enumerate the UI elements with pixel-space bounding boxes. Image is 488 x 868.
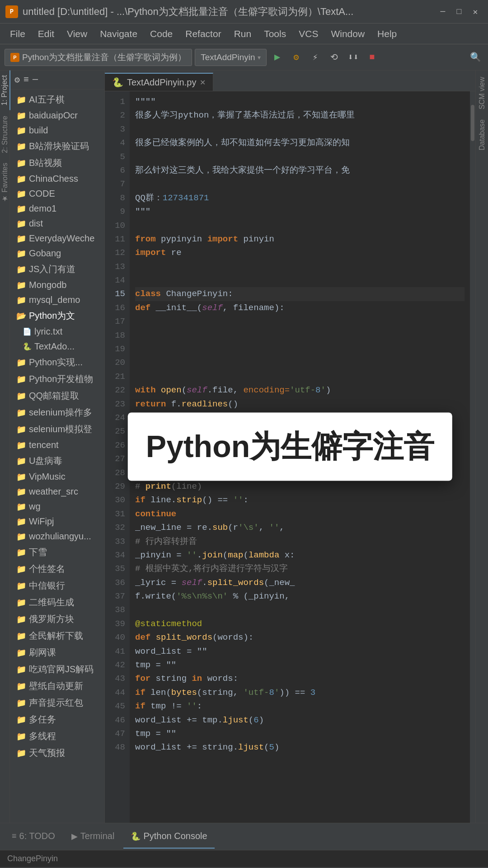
tree-item-19[interactable]: 📁QQ邮箱提取 bbox=[10, 387, 104, 404]
run-config-selector[interactable]: TextAddPinyin ▾ bbox=[195, 49, 266, 66]
coverage-button[interactable]: ⚡ bbox=[307, 49, 324, 66]
tree-item-18[interactable]: 📁Python开发植物 bbox=[10, 371, 104, 387]
tree-item-33[interactable]: 📁俄罗斯方块 bbox=[10, 611, 104, 627]
tree-item-41[interactable]: 📁天气预报 bbox=[10, 745, 104, 761]
tree-item-3[interactable]: 📁B站滑块验证码 bbox=[10, 138, 104, 155]
right-tab-database[interactable]: Database bbox=[476, 115, 488, 155]
tree-item-40[interactable]: 📁多线程 bbox=[10, 728, 104, 745]
bottom-tab-0[interactable]: ≡6: TODO bbox=[5, 825, 62, 849]
folder-icon: 📁 bbox=[16, 748, 26, 758]
tree-item-27[interactable]: 📁WiFipj bbox=[10, 514, 104, 529]
tree-item-17[interactable]: 📁Python实现... bbox=[10, 354, 104, 371]
sidebar-settings-icon[interactable]: ⚙ bbox=[14, 74, 20, 85]
code-line-43: for string in words: bbox=[135, 672, 465, 685]
tree-item-31[interactable]: 📁中信银行 bbox=[10, 577, 104, 594]
tree-item-10[interactable]: 📁Gobang bbox=[10, 246, 104, 261]
line-number-43: 43 bbox=[105, 672, 130, 685]
tree-item-34[interactable]: 📁全民解析下载 bbox=[10, 627, 104, 644]
search-everywhere-button[interactable]: 🔍 bbox=[467, 49, 483, 66]
project-selector[interactable]: P Python为文档批量注音（生僻字歌词为例） bbox=[5, 49, 192, 66]
tree-item-5[interactable]: 📁ChinaChess bbox=[10, 171, 104, 186]
menu-item-navigate[interactable]: Navigate bbox=[94, 26, 144, 42]
tree-item-38[interactable]: 📁声音提示红包 bbox=[10, 694, 104, 711]
bottom-tab-2[interactable]: 🐍Python Console bbox=[123, 825, 214, 849]
tree-item-8[interactable]: 📁dist bbox=[10, 216, 104, 231]
editor-tab-textaddpinyin[interactable]: 🐍 TextAddPinyin.py ✕ bbox=[105, 73, 213, 91]
tree-item-9[interactable]: 📁EverydayWeche bbox=[10, 231, 104, 246]
menu-item-edit[interactable]: Edit bbox=[32, 26, 61, 42]
sidebar-collapse-icon[interactable]: ─ bbox=[33, 75, 38, 85]
code-line-21 bbox=[135, 370, 465, 383]
code-line-32: _new_line = re.sub(r'\s', '', bbox=[135, 521, 465, 534]
tree-item-0[interactable]: 📁AI五子棋 bbox=[10, 91, 104, 108]
tree-item-label: Gobang bbox=[29, 248, 61, 259]
code-line-31: continue bbox=[135, 507, 465, 521]
tree-item-2[interactable]: 📁build bbox=[10, 123, 104, 138]
folder-icon: 📁 bbox=[16, 564, 26, 574]
tree-item-37[interactable]: 📁壁纸自动更新 bbox=[10, 678, 104, 694]
tree-item-1[interactable]: 📁baiduaipOcr bbox=[10, 108, 104, 123]
tree-item-32[interactable]: 📁二维码生成 bbox=[10, 594, 104, 611]
debug-button[interactable]: ⚙ bbox=[288, 49, 305, 66]
menu-item-view[interactable]: View bbox=[61, 26, 94, 42]
menu-item-file[interactable]: File bbox=[4, 26, 32, 42]
menu-item-refactor[interactable]: Refactor bbox=[179, 26, 227, 42]
tab-close-icon[interactable]: ✕ bbox=[200, 78, 206, 87]
menu-item-code[interactable]: Code bbox=[144, 26, 179, 42]
code-line-38 bbox=[135, 603, 465, 617]
scrollbar-thumb[interactable] bbox=[471, 105, 474, 141]
minimize-button[interactable]: ─ bbox=[436, 5, 450, 19]
sidebar-tab-structure[interactable]: 2: Structure bbox=[0, 111, 10, 158]
bottom-tab-1[interactable]: ▶Terminal bbox=[64, 825, 122, 849]
tree-item-20[interactable]: 📁selenium操作多 bbox=[10, 404, 104, 421]
tree-item-30[interactable]: 📁个性签名 bbox=[10, 561, 104, 577]
tree-item-6[interactable]: 📁CODE bbox=[10, 186, 104, 201]
tree-item-23[interactable]: 📁U盘病毒 bbox=[10, 453, 104, 469]
line-number-9: 9 bbox=[105, 205, 130, 218]
tree-item-39[interactable]: 📁多任务 bbox=[10, 711, 104, 728]
tree-item-21[interactable]: 📁selenium模拟登 bbox=[10, 421, 104, 438]
tree-item-16[interactable]: 🐍TextAdo... bbox=[10, 339, 104, 354]
tree-item-11[interactable]: 📁JS入门有道 bbox=[10, 261, 104, 278]
tree-item-12[interactable]: 📁Mongodb bbox=[10, 278, 104, 292]
folder-icon: 📁 bbox=[16, 126, 26, 136]
maximize-button[interactable]: □ bbox=[452, 5, 466, 19]
tree-item-label: baiduaipOcr bbox=[29, 110, 78, 121]
menu-item-window[interactable]: Window bbox=[324, 26, 371, 42]
menu-item-vcs[interactable]: VCS bbox=[292, 26, 324, 42]
tree-item-4[interactable]: 📁B站视频 bbox=[10, 155, 104, 171]
folder-icon: 📁 bbox=[16, 249, 26, 259]
tree-item-25[interactable]: 📁weather_src bbox=[10, 484, 104, 499]
tree-item-28[interactable]: 📁wozhuliangyu... bbox=[10, 529, 104, 544]
menu-item-tools[interactable]: Tools bbox=[258, 26, 292, 42]
tree-item-35[interactable]: 📁刷网课 bbox=[10, 644, 104, 661]
code-line-4: 很多已经做案例的人，却不知道如何去学习更加高深的知 bbox=[135, 136, 465, 150]
menu-item-help[interactable]: Help bbox=[371, 26, 403, 42]
line-number-4: 4 bbox=[105, 136, 130, 150]
run-button[interactable]: ▶ bbox=[269, 49, 286, 66]
stop-button[interactable]: ■ bbox=[364, 49, 380, 66]
close-button[interactable]: ✕ bbox=[468, 5, 483, 19]
build-button[interactable]: ⬇⬇ bbox=[345, 49, 361, 66]
right-tab-scm[interactable]: SCM view bbox=[476, 72, 488, 114]
profile-button[interactable]: ⟲ bbox=[326, 49, 343, 66]
sidebar-menu-icon[interactable]: ≡ bbox=[23, 75, 29, 85]
line-number-36: 36 bbox=[105, 576, 130, 590]
sidebar-tab-favorites[interactable]: ★ Favorites bbox=[0, 158, 10, 208]
menu-item-run[interactable]: Run bbox=[228, 26, 258, 42]
tree-item-36[interactable]: 📁吃鸡官网JS解码 bbox=[10, 661, 104, 678]
sidebar-tab-project[interactable]: 1: Project bbox=[0, 71, 10, 110]
tree-item-14[interactable]: 📂Python为文 bbox=[10, 307, 104, 324]
tree-item-29[interactable]: 📁下雪 bbox=[10, 544, 104, 561]
tree-item-13[interactable]: 📁mysql_demo bbox=[10, 292, 104, 307]
line-number-35: 35 bbox=[105, 562, 130, 576]
tree-item-26[interactable]: 📁wg bbox=[10, 499, 104, 514]
tree-item-15[interactable]: 📄lyric.txt bbox=[10, 324, 104, 339]
vertical-scrollbar[interactable] bbox=[470, 91, 475, 823]
tree-item-24[interactable]: 📁VipMusic bbox=[10, 469, 104, 484]
code-line-48: word_list += string.ljust(5) bbox=[135, 741, 465, 754]
tree-item-label: Mongodb bbox=[29, 280, 66, 290]
folder-icon: 📁 bbox=[16, 358, 26, 368]
tree-item-7[interactable]: 📁demo1 bbox=[10, 201, 104, 216]
tree-item-22[interactable]: 📁tencent bbox=[10, 438, 104, 453]
